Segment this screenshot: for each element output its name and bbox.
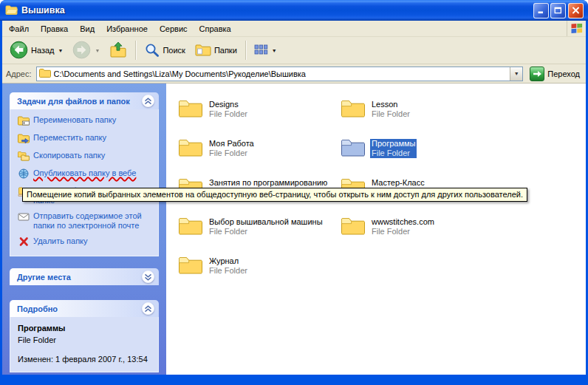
file-folder-tasks-panel: Задачи для файлов и папок: [10, 92, 159, 256]
task-pane: Задачи для файлов и папок: [2, 84, 166, 375]
folder-name: Designs: [208, 100, 249, 109]
task-email-folder[interactable]: Отправить содержимое этой папки по элект…: [18, 211, 154, 231]
copy-folder-icon: [18, 151, 30, 163]
folder-type: File Folder: [208, 149, 256, 158]
folder-type: File Folder: [370, 109, 411, 119]
details-title: Подробно: [17, 304, 58, 313]
toolbar: Назад ▼ ▼: [2, 37, 586, 64]
up-folder-icon: [109, 41, 127, 59]
folder-name: Lesson: [370, 100, 411, 109]
minimize-button[interactable]: [533, 3, 549, 18]
file-folder-tasks-body: Переименовать папку Переместить папку: [10, 109, 159, 256]
go-arrow-icon: [530, 67, 544, 81]
publish-web-globe-icon: [18, 168, 30, 180]
email-envelope-icon: [18, 211, 30, 223]
menu-view[interactable]: Вид: [74, 21, 100, 36]
forward-button[interactable]: ▼: [68, 38, 104, 63]
collapse-chevron-icon[interactable]: [142, 302, 154, 315]
toolbar-separator: [245, 41, 246, 60]
folder-type: File Folder: [370, 227, 436, 236]
details-header[interactable]: Подробно: [10, 300, 159, 317]
file-folder-tasks-header[interactable]: Задачи для файлов и папок: [10, 92, 159, 109]
publish-tooltip: Помещение копий выбранных элементов на о…: [22, 188, 527, 202]
folders-button[interactable]: Папки: [191, 41, 242, 60]
back-button[interactable]: Назад ▼: [5, 38, 67, 63]
folder-item[interactable]: Designs File Folder: [178, 98, 335, 137]
task-rename-folder[interactable]: Переименовать папку: [18, 115, 154, 127]
folder-icon: [341, 216, 366, 236]
address-input[interactable]: C:\Documents and Settings\Liza\My Docume…: [36, 67, 524, 81]
folder-name: wwwstitches.com: [370, 217, 436, 227]
titlebar[interactable]: Вышивка: [0, 0, 588, 21]
toolbar-separator: [135, 41, 136, 60]
move-folder-icon: [18, 133, 30, 145]
window-folder-icon: [5, 4, 18, 16]
collapse-chevron-icon[interactable]: [142, 95, 154, 107]
views-icon: [254, 44, 268, 57]
expand-chevron-icon[interactable]: [142, 270, 154, 283]
address-dropdown-button[interactable]: ▼: [510, 67, 522, 81]
task-label: Переименовать папку: [33, 115, 116, 125]
forward-icon: [72, 41, 91, 61]
folder-item[interactable]: wwwstitches.com File Folder: [341, 216, 497, 255]
task-copy-folder[interactable]: Скопировать папку: [18, 151, 154, 163]
folder-icon: [178, 137, 203, 158]
file-folder-tasks-title: Задачи для файлов и папок: [17, 97, 130, 106]
search-button[interactable]: Поиск: [140, 40, 189, 61]
details-item-modified: Изменен: 1 февраля 2007 г., 13:54: [18, 354, 154, 364]
other-places-title: Другие места: [17, 273, 71, 282]
details-body: Программы File Folder Изменен: 1 февраля…: [10, 317, 159, 372]
search-label: Поиск: [163, 46, 185, 55]
menu-bar: Файл Правка Вид Избранное Сервис Справка: [2, 21, 586, 37]
folder-name: Программы: [370, 139, 417, 149]
window-title: Вышивка: [21, 5, 530, 16]
folder-icon: [341, 98, 366, 119]
windows-logo-icon: [567, 21, 586, 36]
folder-content-area[interactable]: Designs File Folder Lesson File Fold: [166, 84, 586, 375]
go-label: Переход: [547, 69, 580, 78]
menu-edit[interactable]: Правка: [35, 21, 74, 36]
task-publish-folder-web[interactable]: Опубликовать папку в вебе: [18, 168, 154, 180]
up-button[interactable]: [105, 39, 131, 61]
maximize-button[interactable]: [550, 3, 566, 18]
folder-type: File Folder: [370, 149, 417, 158]
folder-type: File Folder: [208, 227, 324, 236]
back-dropdown-icon: ▼: [58, 48, 64, 53]
task-label: Переместить папку: [33, 133, 106, 143]
menu-tools[interactable]: Сервис: [154, 21, 194, 36]
task-label: Отправить содержимое этой папки по элект…: [33, 211, 146, 231]
views-dropdown-icon: ▼: [272, 48, 277, 53]
folder-name: Выбор вышивальной машины: [208, 217, 324, 227]
folder-name: Моя Работа: [208, 139, 256, 149]
task-label: Опубликовать папку в вебе: [33, 168, 136, 178]
folder-item[interactable]: Lesson File Folder: [341, 98, 497, 137]
folders-label: Папки: [214, 46, 237, 55]
close-button[interactable]: [568, 3, 584, 18]
folder-item[interactable]: Выбор вышивальной машины File Folder: [178, 216, 335, 255]
task-delete-folder[interactable]: Удалить папку: [18, 236, 154, 248]
search-icon: [144, 42, 160, 59]
menu-file[interactable]: Файл: [3, 21, 35, 36]
folder-icon-selected: [341, 137, 366, 158]
folder-type: File Folder: [208, 266, 249, 276]
explorer-window: Вышивка Файл Правка Вид Избранное: [0, 0, 588, 385]
task-move-folder[interactable]: Переместить папку: [18, 133, 154, 145]
menu-favorites[interactable]: Избранное: [100, 21, 154, 36]
rename-folder-icon: [18, 115, 30, 127]
folder-item[interactable]: Моя Работа File Folder: [178, 137, 335, 177]
folders-icon: [195, 43, 211, 58]
folder-item[interactable]: Журнал File Folder: [178, 255, 335, 294]
folder-icon: [178, 255, 203, 276]
views-button[interactable]: ▼: [250, 41, 281, 59]
main-area: Задачи для файлов и папок: [2, 84, 586, 375]
other-places-header[interactable]: Другие места: [10, 268, 159, 285]
menu-help[interactable]: Справка: [194, 21, 237, 36]
delete-x-icon: [18, 236, 30, 248]
forward-dropdown-icon: ▼: [95, 48, 100, 53]
go-button[interactable]: Переход: [527, 67, 582, 81]
back-label: Назад: [31, 46, 55, 55]
folder-item-selected[interactable]: Программы File Folder: [341, 137, 497, 177]
details-panel: Подробно Программы File Folder Изменен: …: [10, 300, 159, 372]
task-label: Удалить папку: [33, 236, 88, 246]
back-icon: [10, 41, 28, 61]
